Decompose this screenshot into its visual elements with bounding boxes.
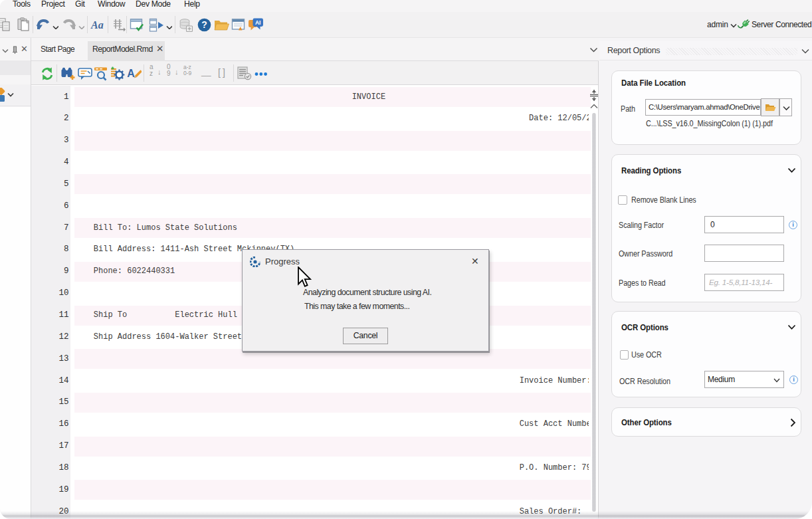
svg-text:?: ? xyxy=(201,19,207,30)
svg-text:AI: AI xyxy=(255,19,261,26)
